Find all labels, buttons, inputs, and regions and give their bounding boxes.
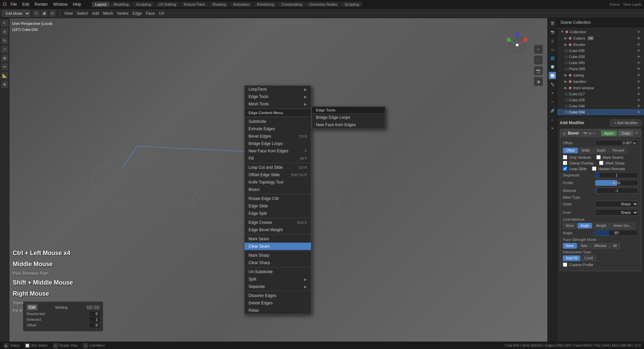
bevel-close-icon[interactable]: ✕	[635, 131, 638, 136]
zoom-out-icon[interactable]: −	[534, 56, 543, 64]
workspace-scripting[interactable]: Scripting	[341, 2, 362, 7]
workspace-uv-editing[interactable]: UV Editing	[155, 2, 179, 7]
cm-new-face-from-edges[interactable]: New Face from Edges F	[245, 147, 311, 155]
cm-edge-split[interactable]: Edge Split	[245, 210, 311, 217]
data-icon[interactable]: △	[549, 115, 556, 123]
cube060-visibility-icon[interactable]: 👁	[637, 61, 641, 65]
scene-icon2[interactable]: 🌐	[549, 54, 556, 62]
intersection-grid-fill[interactable]: Grid Fill	[563, 255, 580, 261]
material-slider[interactable]: -1	[595, 188, 638, 194]
select-tool-icon[interactable]: ↖	[1, 19, 8, 27]
cube017-visibility-icon[interactable]: 👁	[637, 92, 641, 96]
front-window-visibility-icon[interactable]: 👁	[637, 86, 641, 90]
tree-casing[interactable]: ▶ ◉ casing 👁	[561, 72, 644, 78]
mark-sharp-checkbox[interactable]	[599, 161, 603, 165]
cm-edge-tools[interactable]: Edge Tools ▶	[245, 93, 311, 100]
mode-selector[interactable]: Edit Mode	[2, 10, 30, 17]
bevel-cam-icon[interactable]: 📷	[583, 132, 587, 135]
harden-normals-checkbox[interactable]	[592, 166, 596, 171]
edit-menu[interactable]: Edit	[22, 2, 29, 7]
transform-tool-icon[interactable]: ⊞	[1, 54, 8, 62]
tree-cube058[interactable]: □ Cube.058 👁	[557, 54, 644, 60]
loop-slide-checkbox[interactable]	[563, 166, 567, 171]
cm-dissolve-edges[interactable]: Dissolve Edges	[245, 292, 311, 299]
tree-render[interactable]: ▶ ◉ Render 👁	[561, 41, 644, 48]
casing-visibility-icon[interactable]: 👁	[637, 73, 641, 77]
cm-mark-seam[interactable]: Mark Seam	[245, 235, 311, 243]
global-selector[interactable]: ⬡	[33, 10, 40, 17]
cm-bisect[interactable]: Bisect	[245, 186, 311, 193]
cm-extrude-edges[interactable]: Extrude Edges	[245, 125, 311, 133]
bevel-render-icon[interactable]: 🖥	[588, 132, 592, 135]
cm-mark-sharp[interactable]: Mark Sharp	[245, 252, 311, 259]
cm-edge-crease[interactable]: Edge Crease Shift E	[245, 219, 311, 226]
constraints-icon[interactable]: 🔗	[549, 107, 556, 114]
bevel-edit-icon[interactable]: ✏	[593, 132, 595, 135]
viewport-3d[interactable]: User Perspective (Local) (187) Cube.034 …	[9, 18, 547, 342]
limit-weight[interactable]: Weight	[593, 223, 609, 229]
workspace-rendering[interactable]: Rendering	[254, 2, 277, 7]
tree-cube028[interactable]: □ Cube.028 👁	[557, 97, 644, 103]
cm-mesh-tools[interactable]: Mesh Tools ▶	[245, 100, 311, 108]
cm-edge-bevel-weight[interactable]: Edge Bevel Weight	[245, 226, 311, 234]
shading-mode-icon[interactable]: ◑	[534, 77, 543, 86]
inner-select[interactable]: Sharp	[595, 209, 638, 216]
tree-plane005[interactable]: □ Plane.005 👁	[557, 66, 644, 72]
intersection-cutoff[interactable]: Cutoff	[581, 255, 596, 261]
move-tool-icon[interactable]: ✛	[1, 28, 8, 36]
material-icon[interactable]: ●	[549, 124, 556, 132]
tree-cube017[interactable]: □ Cube.017 👁	[557, 91, 644, 97]
copy-button[interactable]: Copy	[618, 131, 634, 136]
cm-unsubdivide[interactable]: Un-Subdivide	[245, 268, 311, 276]
tree-collection[interactable]: ▼ ◉ Collection 👁	[557, 29, 644, 35]
tree-cube048[interactable]: □ Cube.048 👁	[557, 103, 644, 109]
cm-rotate-edge-cw[interactable]: Rotate Edge CW	[245, 195, 311, 202]
cm-separate[interactable]: Separate ▶	[245, 283, 311, 290]
scale-tool-icon[interactable]: ⤢	[1, 46, 8, 53]
add-modifier-button[interactable]: + Add Modifier	[610, 119, 641, 126]
segments-slider[interactable]: 1	[595, 172, 638, 178]
help-menu[interactable]: Help	[73, 2, 81, 7]
particles-icon[interactable]: ✦	[549, 89, 556, 97]
workspace-compositing[interactable]: Compositing	[278, 2, 305, 7]
only-vertices-checkbox[interactable]	[563, 155, 567, 159]
cm-bridge-edge-loops[interactable]: Bridge Edge Loops	[245, 140, 311, 147]
modifier-icon[interactable]: 🔧	[549, 81, 556, 88]
workspace-animation[interactable]: Animation	[230, 2, 253, 7]
cm-loop-cut[interactable]: Loop Cut and Slide Ctrl R	[245, 164, 311, 171]
cm-clear-sharp[interactable]: Clear Sharp	[245, 259, 311, 266]
annotate-tool-icon[interactable]: ✏	[1, 63, 8, 70]
workspace-modeling[interactable]: Modeling	[110, 2, 132, 7]
cm-relax[interactable]: Relax	[245, 307, 311, 314]
clamp-overlap-checkbox[interactable]	[563, 161, 567, 165]
render-visibility-icon[interactable]: 👁	[637, 43, 641, 47]
workspace-shading[interactable]: Shading	[209, 2, 229, 7]
render-menu[interactable]: Render	[35, 2, 48, 7]
cube028-visibility-icon[interactable]: 👁	[637, 98, 641, 102]
cube048-visibility-icon[interactable]: 👁	[637, 104, 641, 108]
add-menu[interactable]: Add	[92, 11, 99, 16]
cutters-visibility-icon[interactable]: 👁	[637, 36, 641, 40]
tab-depth[interactable]: Depth	[594, 148, 609, 153]
plane005-visibility-icon[interactable]: 👁	[637, 67, 641, 71]
measure-tool-icon[interactable]: 📐	[1, 72, 8, 79]
object-properties-icon[interactable]: ⬜	[549, 72, 556, 79]
apply-button[interactable]: Apply	[601, 131, 617, 136]
view-menu[interactable]: View	[64, 11, 73, 16]
cm-offset-edge-slide[interactable]: Offset Edge Slide Shift Ctrl R	[245, 171, 311, 179]
tab-offset[interactable]: Offset	[563, 148, 578, 153]
collection-visibility-icon[interactable]: 👁	[637, 30, 641, 34]
uv-menu[interactable]: UV	[159, 11, 165, 16]
mark-seams-checkbox[interactable]	[596, 155, 601, 159]
cm-edge-slide[interactable]: Edge Slide	[245, 202, 311, 210]
tab-percent[interactable]: Percent	[609, 148, 627, 153]
tree-cutters[interactable]: ▶ ◉ Cutters 54 👁	[561, 35, 644, 41]
handles-visibility-icon[interactable]: 👁	[637, 80, 641, 84]
cube036-visibility-icon[interactable]: 👁	[637, 49, 641, 53]
zoom-in-icon[interactable]: +	[534, 45, 543, 54]
vertex-menu[interactable]: Vertex	[117, 11, 128, 16]
cm-knife-topology[interactable]: Knife Topology Tool	[245, 179, 311, 186]
view-layer-icon[interactable]: 🗂	[549, 46, 556, 53]
cm-subdivide[interactable]: Subdivide	[245, 118, 311, 125]
custom-profile-checkbox[interactable]	[563, 262, 567, 267]
